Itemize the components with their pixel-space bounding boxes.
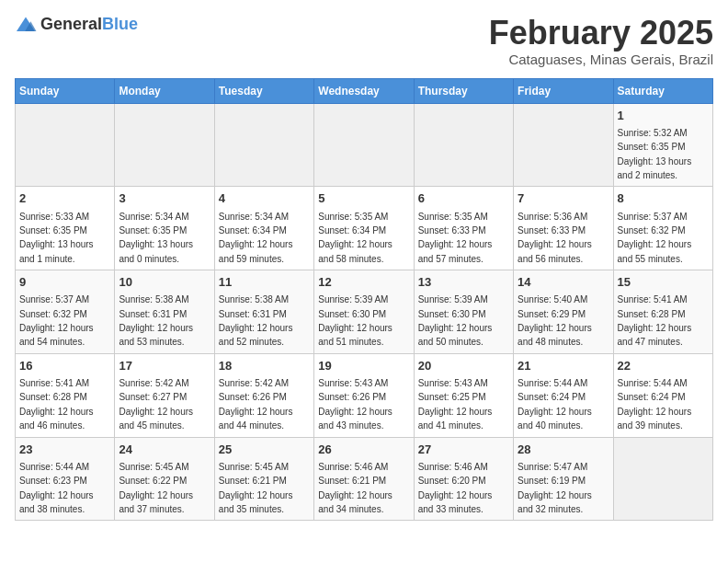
day-cell: 11Sunrise: 5:38 AM Sunset: 6:31 PM Dayli… [214, 270, 313, 354]
header: GeneralBlue February 2025 Cataguases, Mi… [15, 15, 713, 67]
col-header-thursday: Thursday [414, 78, 513, 103]
col-header-sunday: Sunday [16, 78, 115, 103]
day-cell: 18Sunrise: 5:42 AM Sunset: 6:26 PM Dayli… [214, 353, 313, 437]
day-cell: 6Sunrise: 5:35 AM Sunset: 6:33 PM Daylig… [414, 187, 513, 270]
day-info: Sunrise: 5:41 AM Sunset: 6:28 PM Dayligh… [19, 378, 94, 431]
day-info: Sunrise: 5:36 AM Sunset: 6:33 PM Dayligh… [518, 212, 592, 264]
day-number: 20 [418, 358, 509, 374]
week-row-3: 9Sunrise: 5:37 AM Sunset: 6:32 PM Daylig… [16, 270, 713, 354]
day-number: 7 [518, 190, 609, 207]
day-info: Sunrise: 5:34 AM Sunset: 6:34 PM Dayligh… [219, 212, 293, 264]
day-number: 17 [119, 358, 210, 374]
day-number: 16 [19, 358, 110, 374]
day-info: Sunrise: 5:33 AM Sunset: 6:35 PM Dayligh… [19, 212, 94, 264]
day-cell: 5Sunrise: 5:35 AM Sunset: 6:34 PM Daylig… [314, 187, 414, 270]
day-info: Sunrise: 5:43 AM Sunset: 6:26 PM Dayligh… [318, 378, 392, 431]
day-cell [414, 103, 513, 187]
logo-blue: Blue [102, 15, 138, 33]
day-info: Sunrise: 5:34 AM Sunset: 6:35 PM Dayligh… [119, 212, 193, 264]
day-cell: 8Sunrise: 5:37 AM Sunset: 6:32 PM Daylig… [613, 187, 712, 270]
day-cell: 19Sunrise: 5:43 AM Sunset: 6:26 PM Dayli… [314, 353, 414, 437]
week-row-2: 2Sunrise: 5:33 AM Sunset: 6:35 PM Daylig… [16, 187, 713, 270]
day-cell: 24Sunrise: 5:45 AM Sunset: 6:22 PM Dayli… [115, 437, 214, 521]
day-cell: 1Sunrise: 5:32 AM Sunset: 6:35 PM Daylig… [613, 103, 712, 187]
day-cell [115, 103, 214, 187]
day-cell: 25Sunrise: 5:45 AM Sunset: 6:21 PM Dayli… [214, 437, 313, 521]
day-cell: 10Sunrise: 5:38 AM Sunset: 6:31 PM Dayli… [115, 270, 214, 354]
day-cell: 9Sunrise: 5:37 AM Sunset: 6:32 PM Daylig… [16, 270, 115, 354]
day-cell: 15Sunrise: 5:41 AM Sunset: 6:28 PM Dayli… [613, 270, 712, 354]
col-header-tuesday: Tuesday [214, 78, 313, 103]
calendar-table: SundayMondayTuesdayWednesdayThursdayFrid… [15, 78, 713, 522]
day-number: 1 [618, 108, 709, 124]
day-cell [514, 103, 613, 187]
day-number: 28 [518, 442, 609, 458]
day-cell: 13Sunrise: 5:39 AM Sunset: 6:30 PM Dayli… [414, 270, 513, 354]
day-number: 10 [119, 274, 210, 291]
day-number: 9 [19, 274, 110, 291]
day-cell: 12Sunrise: 5:39 AM Sunset: 6:30 PM Dayli… [314, 270, 414, 354]
day-number: 13 [418, 274, 509, 291]
day-cell: 7Sunrise: 5:36 AM Sunset: 6:33 PM Daylig… [514, 187, 613, 270]
day-cell [214, 103, 313, 187]
day-cell: 23Sunrise: 5:44 AM Sunset: 6:23 PM Dayli… [16, 437, 115, 521]
day-number: 23 [19, 442, 110, 458]
day-info: Sunrise: 5:43 AM Sunset: 6:25 PM Dayligh… [418, 378, 493, 431]
day-cell: 14Sunrise: 5:40 AM Sunset: 6:29 PM Dayli… [514, 270, 613, 354]
week-row-4: 16Sunrise: 5:41 AM Sunset: 6:28 PM Dayli… [16, 353, 713, 437]
day-info: Sunrise: 5:38 AM Sunset: 6:31 PM Dayligh… [219, 294, 293, 347]
day-number: 15 [618, 274, 709, 291]
day-info: Sunrise: 5:42 AM Sunset: 6:27 PM Dayligh… [119, 378, 193, 431]
day-number: 22 [618, 358, 709, 374]
day-info: Sunrise: 5:35 AM Sunset: 6:34 PM Dayligh… [318, 212, 392, 264]
col-header-monday: Monday [115, 78, 214, 103]
day-number: 5 [318, 190, 409, 207]
day-info: Sunrise: 5:37 AM Sunset: 6:32 PM Dayligh… [19, 294, 94, 347]
day-number: 2 [19, 190, 110, 207]
day-info: Sunrise: 5:32 AM Sunset: 6:35 PM Dayligh… [618, 128, 692, 180]
day-cell [16, 103, 115, 187]
col-header-saturday: Saturday [613, 78, 712, 103]
day-number: 8 [618, 190, 709, 207]
day-cell: 20Sunrise: 5:43 AM Sunset: 6:25 PM Dayli… [414, 353, 513, 437]
day-cell: 28Sunrise: 5:47 AM Sunset: 6:19 PM Dayli… [514, 437, 613, 521]
title-area: February 2025 Cataguases, Minas Gerais, … [489, 15, 713, 67]
week-row-1: 1Sunrise: 5:32 AM Sunset: 6:35 PM Daylig… [16, 103, 713, 187]
col-header-friday: Friday [514, 78, 613, 103]
day-cell: 2Sunrise: 5:33 AM Sunset: 6:35 PM Daylig… [16, 187, 115, 270]
day-info: Sunrise: 5:35 AM Sunset: 6:33 PM Dayligh… [418, 212, 493, 264]
day-info: Sunrise: 5:44 AM Sunset: 6:23 PM Dayligh… [19, 462, 94, 514]
day-cell [314, 103, 414, 187]
col-header-wednesday: Wednesday [314, 78, 414, 103]
day-info: Sunrise: 5:38 AM Sunset: 6:31 PM Dayligh… [119, 294, 193, 347]
day-info: Sunrise: 5:39 AM Sunset: 6:30 PM Dayligh… [418, 294, 493, 347]
day-cell: 3Sunrise: 5:34 AM Sunset: 6:35 PM Daylig… [115, 187, 214, 270]
day-info: Sunrise: 5:45 AM Sunset: 6:22 PM Dayligh… [119, 462, 193, 514]
day-info: Sunrise: 5:39 AM Sunset: 6:30 PM Dayligh… [318, 294, 392, 347]
day-cell: 16Sunrise: 5:41 AM Sunset: 6:28 PM Dayli… [16, 353, 115, 437]
day-cell: 27Sunrise: 5:46 AM Sunset: 6:20 PM Dayli… [414, 437, 513, 521]
day-number: 4 [219, 190, 310, 207]
calendar-header-row: SundayMondayTuesdayWednesdayThursdayFrid… [16, 78, 713, 103]
day-number: 24 [119, 442, 210, 458]
day-cell: 4Sunrise: 5:34 AM Sunset: 6:34 PM Daylig… [214, 187, 313, 270]
day-info: Sunrise: 5:44 AM Sunset: 6:24 PM Dayligh… [518, 378, 592, 431]
day-number: 12 [318, 274, 409, 291]
day-info: Sunrise: 5:37 AM Sunset: 6:32 PM Dayligh… [618, 212, 692, 264]
day-info: Sunrise: 5:42 AM Sunset: 6:26 PM Dayligh… [219, 378, 293, 431]
subtitle: Cataguases, Minas Gerais, Brazil [489, 52, 713, 67]
day-info: Sunrise: 5:46 AM Sunset: 6:21 PM Dayligh… [318, 462, 392, 514]
day-number: 11 [219, 274, 310, 291]
day-number: 26 [318, 442, 409, 458]
day-cell [613, 437, 712, 521]
day-info: Sunrise: 5:40 AM Sunset: 6:29 PM Dayligh… [518, 294, 592, 347]
day-number: 27 [418, 442, 509, 458]
day-cell: 17Sunrise: 5:42 AM Sunset: 6:27 PM Dayli… [115, 353, 214, 437]
day-info: Sunrise: 5:45 AM Sunset: 6:21 PM Dayligh… [219, 462, 293, 514]
day-number: 21 [518, 358, 609, 374]
day-info: Sunrise: 5:46 AM Sunset: 6:20 PM Dayligh… [418, 462, 493, 514]
day-number: 19 [318, 358, 409, 374]
logo-general: General [40, 15, 102, 33]
day-number: 3 [119, 190, 210, 207]
day-number: 6 [418, 190, 509, 207]
